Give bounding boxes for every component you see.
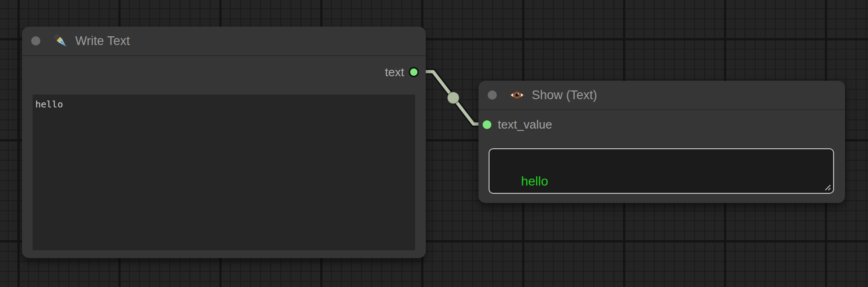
node-title: Write Text xyxy=(75,34,130,48)
shown-text: hello xyxy=(521,174,548,188)
node-graph-canvas[interactable]: Write Text text hello Show (Text) text_v… xyxy=(0,0,868,287)
input-port-text-value[interactable] xyxy=(483,120,491,129)
node-write-text[interactable]: Write Text text hello xyxy=(22,27,426,258)
output-port-text[interactable] xyxy=(409,67,419,77)
output-port-label: text xyxy=(385,65,404,79)
collapse-toggle[interactable] xyxy=(31,36,40,45)
input-port-label: text_value xyxy=(498,118,552,132)
show-text-value-display[interactable]: hello xyxy=(489,148,834,194)
node-title: Show (Text) xyxy=(532,88,597,102)
link-midpoint-dot[interactable] xyxy=(447,92,459,104)
resize-handle-icon[interactable] xyxy=(823,183,831,191)
write-text-input[interactable]: hello xyxy=(33,95,415,250)
eye-icon xyxy=(509,87,525,103)
collapse-toggle[interactable] xyxy=(488,90,497,100)
input-port-row: text_value xyxy=(483,116,552,133)
output-port-row: text xyxy=(385,63,419,81)
node-show-text-titlebar: Show (Text) xyxy=(479,81,845,110)
node-show-text[interactable]: Show (Text) text_value hello xyxy=(479,81,845,203)
fountain-pen-icon xyxy=(52,33,69,49)
node-write-text-titlebar: Write Text xyxy=(22,27,426,56)
